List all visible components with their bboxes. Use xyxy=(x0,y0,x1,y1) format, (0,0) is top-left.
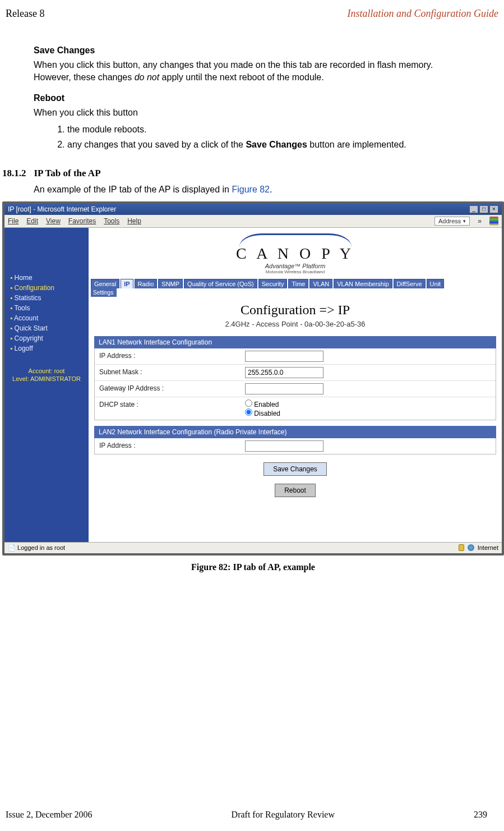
lan2-ip-label: IP Address : xyxy=(95,438,241,454)
nav-sidebar: Home Configuration Statistics Tools Acco… xyxy=(4,228,89,542)
tab-qos[interactable]: Quality of Service (QoS) xyxy=(184,279,257,288)
tab-row: General IP Radio SNMP Quality of Service… xyxy=(89,277,502,288)
lan2-title: LAN2 Network Interface Configuration (Ra… xyxy=(94,426,496,438)
page-header: Release 8 Installation and Configuration… xyxy=(0,0,504,24)
sidebar-item-quickstart[interactable]: Quick Start xyxy=(10,323,89,333)
expand-chevron-icon[interactable]: » xyxy=(478,217,482,225)
save-changes-button[interactable]: Save Changes xyxy=(263,462,327,476)
section-heading: 18.1.2 IP Tab of the AP xyxy=(2,168,470,179)
browser-body: Home Configuration Statistics Tools Acco… xyxy=(4,228,502,542)
device-label: 2.4GHz - Access Point - 0a-00-3e-20-a5-3… xyxy=(94,320,496,328)
dhcp-disabled-option[interactable]: Disabled xyxy=(245,410,280,417)
tab-snmp[interactable]: SNMP xyxy=(158,279,183,288)
close-button[interactable]: × xyxy=(489,205,498,213)
menu-tools[interactable]: Tools xyxy=(104,217,119,225)
panel-title: Configuration => IP xyxy=(94,302,496,318)
logo-name: C A N O P Y xyxy=(89,245,502,263)
menu-file[interactable]: File xyxy=(8,217,19,225)
dhcp-state-label: DHCP state : xyxy=(95,397,241,420)
document-content: Save Changes When you click this button,… xyxy=(0,24,504,572)
group-settings-label: Settings xyxy=(91,288,117,297)
section-title: IP Tab of the AP xyxy=(34,168,101,179)
sidebar-item-configuration[interactable]: Configuration xyxy=(10,283,89,293)
list-item: the module reboots. xyxy=(67,123,470,136)
save-changes-paragraph: When you click this button, any changes … xyxy=(34,59,470,83)
reboot-paragraph: When you click this button xyxy=(34,107,470,119)
status-left: 📄 Logged in as root xyxy=(8,544,65,552)
dhcp-disabled-radio[interactable] xyxy=(245,408,252,416)
window-buttons: _ □ × xyxy=(469,205,498,213)
dhcp-enabled-radio[interactable] xyxy=(245,400,252,407)
tab-ip[interactable]: IP xyxy=(121,279,133,288)
gateway-ip-label: Gateway IP Address : xyxy=(95,381,241,397)
address-label: Address xyxy=(438,218,461,224)
subnet-mask-label: Subnet Mask : xyxy=(95,365,241,380)
reboot-heading: Reboot xyxy=(34,93,470,103)
text: button are implemented. xyxy=(307,140,406,149)
menu-view[interactable]: View xyxy=(46,217,61,225)
browser-menubar: File Edit View Favorites Tools Help Addr… xyxy=(4,215,502,228)
sidebar-item-account[interactable]: Account xyxy=(10,313,89,323)
menu-help[interactable]: Help xyxy=(127,217,141,225)
tab-unit[interactable]: Unit xyxy=(427,279,445,288)
lan2-ip-input[interactable] xyxy=(245,440,323,452)
figure-link[interactable]: Figure 82 xyxy=(232,185,270,194)
address-box[interactable]: Address xyxy=(434,217,470,226)
gateway-ip-input[interactable] xyxy=(245,383,323,394)
sidebar-item-home[interactable]: Home xyxy=(10,273,89,283)
account-info: Account: root Level: ADMINISTRATOR xyxy=(4,367,89,383)
tab-time[interactable]: Time xyxy=(288,279,308,288)
internet-zone-icon xyxy=(468,544,474,551)
figure-caption: Figure 82: IP tab of AP, example xyxy=(2,562,504,572)
tab-vlan-membership[interactable]: VLAN Membership xyxy=(334,279,392,288)
text-italic: do not xyxy=(135,72,159,82)
browser-window: IP [root] - Microsoft Internet Explorer … xyxy=(2,201,504,555)
lock-icon xyxy=(459,544,464,551)
footer-draft: Draft for Regulatory Review xyxy=(232,810,335,820)
ip-address-input[interactable] xyxy=(245,351,323,362)
button-row: Save Changes xyxy=(94,460,496,476)
menu-favorites[interactable]: Favorites xyxy=(68,217,96,225)
footer-page-number: 239 xyxy=(474,810,487,820)
text-bold: Save Changes xyxy=(246,140,307,149)
text: any changes that you saved by a click of… xyxy=(67,140,246,149)
lan1-title: LAN1 Network Interface Configuration xyxy=(94,336,496,348)
zone-text: Internet xyxy=(478,544,498,551)
window-title: IP [root] - Microsoft Internet Explorer xyxy=(8,205,116,213)
list-item: any changes that you saved by a click of… xyxy=(67,139,470,151)
sidebar-item-logoff[interactable]: Logoff xyxy=(10,343,89,353)
reboot-button[interactable]: Reboot xyxy=(275,484,316,497)
sidebar-item-statistics[interactable]: Statistics xyxy=(10,293,89,303)
subnet-mask-input[interactable] xyxy=(245,367,323,378)
header-right: Installation and Configuration Guide xyxy=(347,8,498,20)
sidebar-item-copyright[interactable]: Copyright xyxy=(10,333,89,343)
tab-diffserve[interactable]: DiffServe xyxy=(394,279,426,288)
menu-edit[interactable]: Edit xyxy=(26,217,38,225)
sidebar-item-tools[interactable]: Tools xyxy=(10,303,89,313)
dhcp-enabled-option[interactable]: Enabled xyxy=(245,401,279,408)
tab-security[interactable]: Security xyxy=(258,279,288,288)
tab-general[interactable]: General xyxy=(91,279,119,288)
status-text: Logged in as root xyxy=(17,544,65,551)
tab-radio[interactable]: Radio xyxy=(135,279,158,288)
status-right: Internet xyxy=(459,544,498,551)
windows-logo-icon xyxy=(489,217,498,226)
text: An example of the IP tab of the AP is di… xyxy=(34,185,232,194)
maximize-button[interactable]: □ xyxy=(479,205,488,213)
minimize-button[interactable]: _ xyxy=(469,205,478,213)
main-panel: C A N O P Y Advantage™ Platform Motorola… xyxy=(89,228,502,542)
page-footer: Issue 2, December 2006 Draft for Regulat… xyxy=(0,804,493,825)
header-left: Release 8 xyxy=(6,8,44,20)
text: Disabled xyxy=(254,410,280,417)
button-row-2: Reboot xyxy=(94,481,496,497)
browser-titlebar: IP [root] - Microsoft Internet Explorer … xyxy=(4,204,502,215)
browser-statusbar: 📄 Logged in as root Internet xyxy=(4,542,502,553)
lan2-fieldset: LAN2 Network Interface Configuration (Ra… xyxy=(94,426,496,454)
save-changes-heading: Save Changes xyxy=(34,45,470,56)
text: apply until the next reboot of the modul… xyxy=(159,72,324,82)
account-level: Level: ADMINISTRATOR xyxy=(4,375,89,383)
footer-issue: Issue 2, December 2006 xyxy=(6,810,93,820)
tab-vlan[interactable]: VLAN xyxy=(309,279,332,288)
text: Enabled xyxy=(254,401,279,408)
text: . xyxy=(270,185,272,194)
